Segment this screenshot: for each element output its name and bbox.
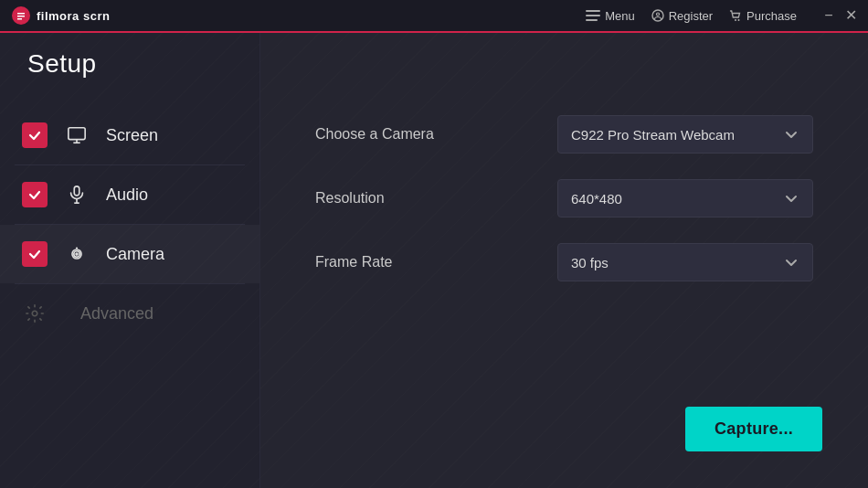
check-icon [27, 187, 42, 202]
resolution-dropdown[interactable]: 640*480 [557, 179, 813, 217]
audio-icon [64, 182, 90, 207]
camera-dropdown-value: C922 Pro Stream Webcam [571, 127, 735, 143]
menu-label: Menu [605, 9, 635, 23]
resolution-dropdown-value: 640*480 [571, 191, 622, 207]
framerate-dropdown-value: 30 fps [571, 255, 609, 271]
screen-label: Screen [106, 126, 158, 145]
titlebar: filmora scrn Menu Register Purchase [0, 0, 868, 33]
svg-point-14 [76, 247, 78, 249]
camera-setting-label: Choose a Camera [315, 126, 434, 143]
sidebar: Screen Audio [0, 33, 260, 488]
logo-text: filmora scrn [37, 9, 110, 23]
filmora-logo-icon [11, 5, 31, 26]
main-panel: Choose a Camera C922 Pro Stream Webcam R… [260, 33, 868, 488]
purchase-label: Purchase [746, 9, 797, 23]
resolution-setting-row: Resolution 640*480 [315, 179, 813, 217]
camera-label: Camera [106, 245, 164, 264]
sidebar-item-audio[interactable]: Audio [0, 165, 259, 224]
camera-icon [64, 241, 90, 267]
menu-button[interactable]: Menu [586, 9, 635, 23]
framerate-setting-label: Frame Rate [315, 254, 392, 271]
sidebar-item-camera[interactable]: Camera [0, 225, 259, 283]
framerate-dropdown[interactable]: 30 fps [557, 243, 813, 281]
advanced-label: Advanced [80, 304, 153, 324]
svg-point-15 [32, 311, 37, 316]
audio-checkbox[interactable] [22, 182, 48, 207]
camera-setting-row: Choose a Camera C922 Pro Stream Webcam [315, 115, 813, 154]
sidebar-item-advanced[interactable]: Advanced [0, 284, 259, 343]
audio-label: Audio [106, 186, 148, 205]
advanced-gear-icon [22, 301, 48, 326]
framerate-setting-row: Frame Rate 30 fps [315, 243, 813, 281]
screen-icon [64, 122, 90, 148]
svg-point-12 [76, 253, 78, 255]
register-icon [651, 9, 664, 22]
titlebar-controls: Menu Register Purchase − ✕ [586, 9, 857, 23]
check-icon [27, 247, 42, 261]
svg-point-3 [735, 19, 736, 21]
check-icon [27, 128, 42, 143]
resolution-setting-label: Resolution [315, 190, 385, 207]
register-button[interactable]: Register [651, 9, 713, 23]
screen-checkbox[interactable] [22, 122, 48, 148]
content: Screen Audio [0, 33, 868, 488]
svg-rect-8 [74, 186, 79, 196]
menu-icon [586, 10, 600, 21]
purchase-icon [729, 9, 742, 22]
resolution-dropdown-arrow [783, 190, 799, 207]
capture-button[interactable]: Capture... [685, 407, 822, 451]
window-controls: − ✕ [822, 9, 857, 22]
close-button[interactable]: ✕ [844, 9, 857, 22]
minimize-button[interactable]: − [822, 9, 835, 22]
logo-area: filmora scrn [11, 5, 110, 26]
register-label: Register [669, 9, 713, 23]
page-title: Setup [27, 49, 97, 78]
svg-point-2 [656, 13, 659, 16]
camera-checkbox[interactable] [22, 241, 48, 267]
svg-rect-5 [69, 128, 85, 140]
svg-point-4 [738, 19, 740, 21]
camera-dropdown[interactable]: C922 Pro Stream Webcam [557, 115, 813, 154]
camera-dropdown-arrow [783, 126, 799, 143]
page-header: Setup [0, 33, 868, 95]
sidebar-item-screen[interactable]: Screen [0, 106, 259, 164]
framerate-dropdown-arrow [783, 254, 799, 271]
purchase-button[interactable]: Purchase [729, 9, 797, 23]
